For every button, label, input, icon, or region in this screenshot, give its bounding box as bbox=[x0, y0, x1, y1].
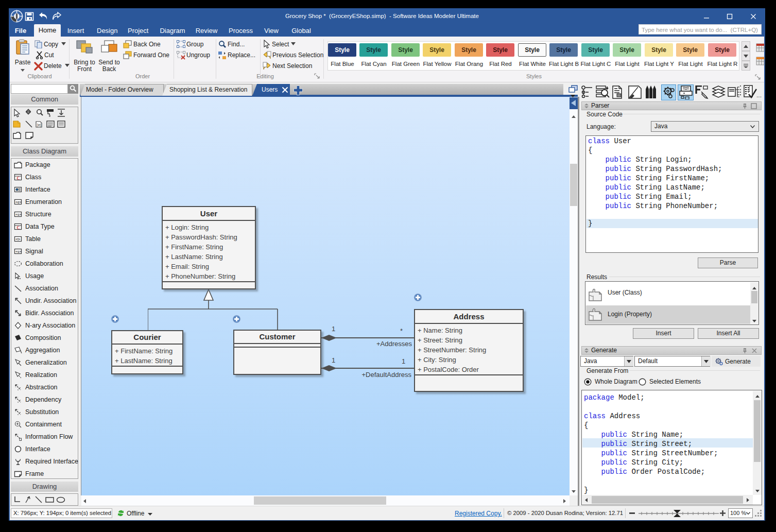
svg-text:C: C bbox=[17, 176, 20, 181]
svg-text:«s»: «s» bbox=[15, 250, 21, 253]
svg-text:[e]: [e] bbox=[37, 123, 41, 127]
svg-text:«t»: «t» bbox=[15, 237, 21, 241]
svg-text:«s»: «s» bbox=[15, 213, 21, 216]
svg-text:«e»: «e» bbox=[15, 200, 22, 204]
svg-text:C: C bbox=[17, 226, 20, 230]
